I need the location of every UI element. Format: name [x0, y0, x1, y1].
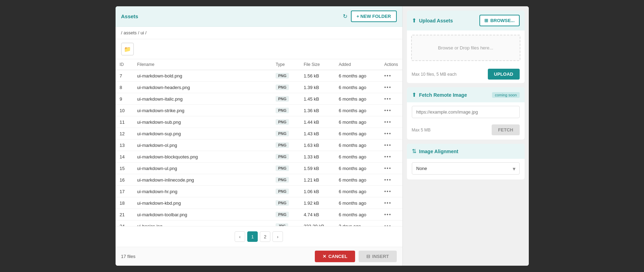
right-panel: ⬆ Upload Assets ⊞ BROWSE... Browse or Dr… [403, 6, 529, 266]
cell-size: 1.43 kB [299, 128, 334, 140]
row-actions-button[interactable]: ••• [384, 73, 392, 79]
cell-filename: ui-markdown-sub.png [133, 116, 272, 128]
table-row[interactable]: 8 ui-markdown-headers.png PNG 1.39 kB 6 … [116, 82, 402, 93]
table-row[interactable]: 13 ui-markdown-ol.png PNG 1.63 kB 6 mont… [116, 140, 402, 151]
upload-button[interactable]: UPLOAD [488, 69, 520, 80]
cell-actions: ••• [380, 186, 402, 197]
cell-added: 6 months ago [334, 82, 380, 93]
row-actions-button[interactable]: ••• [384, 200, 392, 206]
table-row[interactable]: 9 ui-markdown-italic.png PNG 1.45 kB 6 m… [116, 93, 402, 105]
table-row[interactable]: 12 ui-markdown-sup.png PNG 1.43 kB 6 mon… [116, 128, 402, 140]
table-row[interactable]: 11 ui-markdown-sub.png PNG 1.44 kB 6 mon… [116, 116, 402, 128]
cell-type: PNG [271, 151, 299, 163]
cell-actions: ••• [380, 209, 402, 220]
table-row[interactable]: 16 ui-markdown-inlinecode.png PNG 1.21 k… [116, 174, 402, 186]
left-panel: Assets ↻ + NEW FOLDER / assets / ui / 📁 [116, 6, 403, 266]
cell-size: 1.39 kB [299, 82, 334, 93]
cell-filename: ui-markdown-toolbar.png [133, 209, 272, 220]
row-actions-button[interactable]: ••• [384, 177, 392, 183]
new-folder-label: + NEW FOLDER [356, 14, 391, 19]
cell-filename: ui-markdown-kbd.png [133, 197, 272, 209]
row-actions-button[interactable]: ••• [384, 84, 392, 90]
image-alignment-section: ⇅ Image Alignment None Left Center Right… [407, 144, 525, 179]
table-row[interactable]: 24 ui-basics.jpg JPG 323.29 kB 3 days ag… [116, 220, 402, 226]
upload-drop-area[interactable]: Browse or Drop files here... [411, 35, 520, 61]
col-added: Added [334, 59, 380, 70]
upload-assets-title: Upload Assets [419, 18, 453, 23]
col-filename: Filename [133, 59, 272, 70]
row-actions-button[interactable]: ••• [384, 142, 392, 148]
table-row[interactable]: 15 ui-markdown-ul.png PNG 1.59 kB 6 mont… [116, 163, 402, 174]
col-actions: Actions [380, 59, 402, 70]
next-page-button[interactable]: › [272, 231, 283, 242]
cell-added: 6 months ago [334, 174, 380, 186]
row-actions-button[interactable]: ••• [384, 131, 392, 136]
cancel-label: CANCEL [328, 254, 347, 259]
cancel-button[interactable]: ✕ CANCEL [315, 251, 355, 262]
browse-button[interactable]: ⊞ BROWSE... [479, 15, 519, 26]
upload-folder-button[interactable]: 📁 [121, 43, 134, 55]
table-row[interactable]: 7 ui-markdown-bold.png PNG 1.56 kB 6 mon… [116, 70, 402, 82]
cell-added: 6 months ago [334, 128, 380, 140]
browse-label: BROWSE... [490, 18, 514, 23]
table-row[interactable]: 14 ui-markdown-blockquotes.png PNG 1.33 … [116, 151, 402, 163]
page-2-button[interactable]: 2 [260, 231, 270, 242]
insert-button[interactable]: ⊟ INSERT [359, 251, 397, 262]
cell-size: 323.29 kB [299, 220, 334, 226]
max-files-text: Max 10 files, 5 MB each [412, 72, 457, 77]
cell-size: 1.21 kB [299, 174, 334, 186]
row-actions-button[interactable]: ••• [384, 108, 392, 113]
main-container: Assets ↻ + NEW FOLDER / assets / ui / 📁 [116, 6, 529, 266]
row-actions-button[interactable]: ••• [384, 154, 392, 159]
cell-added: 6 months ago [334, 70, 380, 82]
fetch-url-input[interactable] [412, 106, 520, 118]
cell-id: 8 [116, 82, 133, 93]
new-folder-button[interactable]: + NEW FOLDER [351, 11, 397, 22]
upload-section: ⬆ Upload Assets ⊞ BROWSE... Browse or Dr… [407, 11, 525, 83]
cell-added: 3 days ago [334, 220, 380, 226]
alignment-select[interactable]: None Left Center Right [412, 162, 520, 175]
cell-added: 6 months ago [334, 151, 380, 163]
align-icon: ⇅ [412, 148, 416, 155]
fetch-button[interactable]: FETCH [492, 124, 519, 135]
row-actions-button[interactable]: ••• [384, 165, 392, 171]
file-tbody: 7 ui-markdown-bold.png PNG 1.56 kB 6 mon… [116, 70, 402, 226]
cell-filename: ui-markdown-hr.png [133, 186, 272, 197]
refresh-button[interactable]: ↻ [343, 13, 347, 20]
cell-id: 11 [116, 116, 133, 128]
alignment-title: Image Alignment [419, 149, 458, 154]
prev-page-button[interactable]: ‹ [235, 231, 245, 242]
table-row[interactable]: 18 ui-markdown-kbd.png PNG 1.92 kB 6 mon… [116, 197, 402, 209]
cell-type: PNG [271, 116, 299, 128]
table-row[interactable]: 17 ui-markdown-hr.png PNG 1.06 kB 6 mont… [116, 186, 402, 197]
cell-actions: ••• [380, 105, 402, 116]
upload-header: ⬆ Upload Assets ⊞ BROWSE... [407, 11, 525, 30]
row-actions-button[interactable]: ••• [384, 212, 392, 217]
file-table: ID Filename Type File Size Added Actions… [116, 59, 402, 226]
row-actions-button[interactable]: ••• [384, 119, 392, 125]
assets-title: Assets [121, 13, 138, 19]
cell-filename: ui-markdown-sup.png [133, 128, 272, 140]
row-actions-button[interactable]: ••• [384, 223, 392, 226]
cell-added: 6 months ago [334, 197, 380, 209]
cell-size: 1.33 kB [299, 151, 334, 163]
cell-filename: ui-basics.jpg [133, 220, 272, 226]
header-actions: ↻ + NEW FOLDER [343, 11, 397, 22]
insert-icon: ⊟ [366, 254, 370, 259]
cell-size: 1.36 kB [299, 105, 334, 116]
cell-id: 7 [116, 70, 133, 82]
cell-id: 15 [116, 163, 133, 174]
cell-filename: ui-markdown-ul.png [133, 163, 272, 174]
cell-type: PNG [271, 186, 299, 197]
cell-actions: ••• [380, 128, 402, 140]
row-actions-button[interactable]: ••• [384, 189, 392, 194]
page-1-button[interactable]: 1 [247, 231, 258, 242]
file-table-container: ID Filename Type File Size Added Actions… [116, 59, 402, 226]
table-row[interactable]: 10 ui-markdown-strike.png PNG 1.36 kB 6 … [116, 105, 402, 116]
cell-type: PNG [271, 105, 299, 116]
row-actions-button[interactable]: ••• [384, 96, 392, 102]
cell-filename: ui-markdown-strike.png [133, 105, 272, 116]
table-row[interactable]: 21 ui-markdown-toolbar.png PNG 4.74 kB 6… [116, 209, 402, 220]
cell-added: 6 months ago [334, 186, 380, 197]
cell-type: PNG [271, 70, 299, 82]
